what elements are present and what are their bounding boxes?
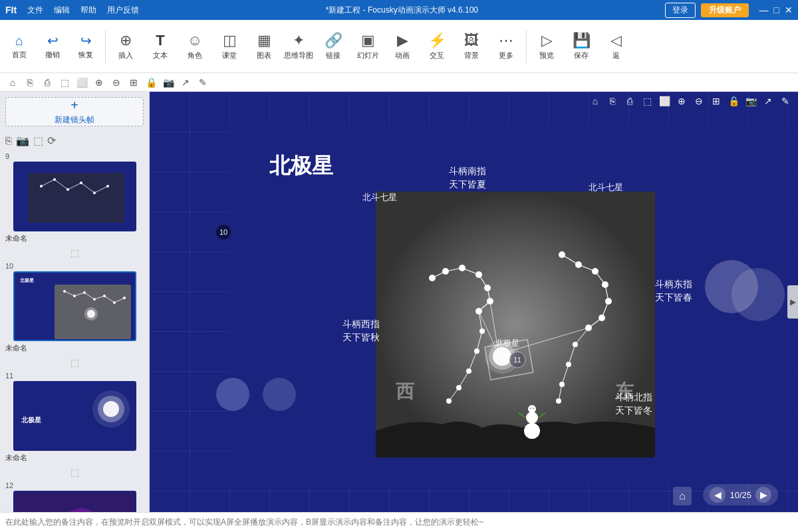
toolbar-separator-2 (526, 30, 527, 63)
toolbar-mindmap[interactable]: ✦ 思维导图 (281, 23, 316, 70)
toolbar-home[interactable]: ⌂ 首页 (3, 23, 36, 70)
slideshow-icon: ▣ (361, 32, 375, 49)
label-polaris: 北极星 (495, 338, 519, 349)
toolbar-link[interactable]: 🔗 链接 (316, 23, 350, 70)
svg-rect-40 (376, 192, 655, 458)
sec-paste-btn[interactable]: ⎙ (40, 75, 55, 90)
svg-point-45 (533, 408, 534, 409)
canvas-export-btn[interactable]: ↗ (761, 94, 775, 108)
canvas-top-bar: ⌂ ⎘ ⎙ ⬚ ⬜ ⊕ ⊖ ⊞ 🔒 📷 ↗ ✎ (150, 92, 798, 110)
maximize-button[interactable]: □ (774, 5, 779, 15)
menu-edit[interactable]: 编辑 (54, 5, 70, 16)
sec-home-btn[interactable]: ⌂ (5, 75, 20, 90)
toolbar-slideshow[interactable]: ▣ 幻灯片 (350, 23, 385, 70)
classroom-icon: ◫ (223, 32, 237, 49)
menu-file[interactable]: 文件 (27, 5, 43, 16)
toolbar-back[interactable]: ◁ 返 (598, 23, 633, 70)
toolbar-insert[interactable]: ⊕ 插入 (108, 23, 143, 70)
sec-edit-btn[interactable]: ✎ (196, 75, 210, 90)
slide-thumb-12[interactable] (13, 491, 136, 512)
canvas-frame-btn[interactable]: ⬚ (640, 94, 654, 108)
label-beidou-right: 北斗七星 (589, 182, 623, 194)
menu-bar: 文件 编辑 帮助 用户反馈 (27, 5, 139, 16)
upgrade-button[interactable]: 升级账户 (701, 3, 749, 17)
canvas-home-btn[interactable]: ⌂ (588, 94, 602, 108)
nav-prev-button[interactable]: ◀ (710, 487, 726, 503)
svg-point-42 (526, 412, 538, 424)
toolbar-interact[interactable]: ⚡ 交互 (420, 23, 454, 70)
close-button[interactable]: ✕ (785, 5, 793, 15)
sec-copy-btn[interactable]: ⎘ (23, 75, 37, 90)
nav-next-button[interactable]: ▶ (755, 487, 771, 503)
new-frame-label: 新建镜头帧 (55, 114, 94, 126)
insert-group: ⊕ 插入 T 文本 ☺ 角色 ◫ 课堂 ▦ 图表 ✦ 思维导图 🔗 链接 ▣ (108, 23, 523, 70)
tool-screenshot[interactable]: 📷 (16, 134, 29, 147)
canvas-box-btn[interactable]: ⬜ (657, 94, 672, 108)
toolbar-preview[interactable]: ▷ 预览 (529, 23, 564, 70)
canvas-zoomin-btn[interactable]: ⊕ (674, 94, 689, 108)
sec-camera-btn[interactable]: 📷 (161, 75, 176, 90)
new-frame-button[interactable]: + 新建镜头帧 (5, 97, 144, 126)
sec-frame-btn[interactable]: ⬚ (57, 75, 72, 90)
notes-input[interactable] (5, 517, 793, 532)
sec-box-btn[interactable]: ⬜ (74, 75, 89, 90)
star-map-svg: 11 西 东 (376, 192, 655, 458)
toolbar-chart[interactable]: ▦ 图表 (247, 23, 281, 70)
app-logo: FIt (5, 5, 17, 15)
toolbar-more[interactable]: ⋯ 更多 (489, 23, 523, 70)
label-west: 斗柄西指 天下皆秋 (342, 318, 380, 344)
minimize-button[interactable]: — (759, 5, 769, 15)
slide-entry-12: 12 (5, 481, 144, 512)
toolbar-animation[interactable]: ▶ 动画 (385, 23, 420, 70)
svg-point-30 (84, 307, 98, 321)
toolbar-classroom[interactable]: ◫ 课堂 (212, 23, 247, 70)
undo-icon: ↩ (47, 33, 59, 49)
insert-icon: ⊕ (120, 32, 132, 49)
title-bar: FIt 文件 编辑 帮助 用户反馈 *新建工程 - Focusky动画演示大师 … (0, 0, 798, 20)
interact-icon: ⚡ (428, 32, 446, 49)
canvas-zoomout-btn[interactable]: ⊖ (692, 94, 706, 108)
slide-entry-10: 10 北极星 (5, 262, 144, 353)
toolbar-undo[interactable]: ↩ 撤销 (36, 23, 69, 70)
sec-zoom-in-btn[interactable]: ⊕ (92, 75, 106, 90)
canvas-align-btn[interactable]: ⊞ (709, 94, 724, 108)
slide-title: 北极星 (269, 152, 333, 181)
canvas-paste-btn[interactable]: ⎙ (622, 94, 637, 108)
canvas-home-button[interactable]: ⌂ (673, 487, 692, 505)
frame-badge-10: 10 (216, 225, 231, 239)
nav-current: 10/25 (730, 490, 751, 500)
login-button[interactable]: 登录 (665, 3, 696, 18)
menu-help[interactable]: 帮助 (80, 5, 96, 16)
slide-thumb-10[interactable]: 北极星 (13, 271, 136, 341)
menu-feedback[interactable]: 用户反馈 (107, 5, 139, 16)
plus-icon: + (70, 98, 78, 113)
svg-text:11: 11 (513, 356, 521, 364)
tool-copy-frame[interactable]: ⎘ (5, 135, 12, 147)
tool-refresh[interactable]: ⟳ (47, 134, 56, 147)
slide-label-9: 未命名 (5, 233, 27, 243)
right-panel-collapse[interactable]: ▶ (787, 285, 798, 319)
toolbar-background[interactable]: 🖼 背景 (454, 23, 489, 70)
main-toolbar: ⌂ 首页 ↩ 撤销 ↪ 恢复 ⊕ 插入 T 文本 ☺ 角色 ◫ 课堂 ▦ 图表 (0, 20, 798, 73)
toolbar-character[interactable]: ☺ 角色 (178, 23, 212, 70)
tool-fit-frame[interactable]: ⬚ (33, 134, 43, 147)
label-east: 斗柄东指 天下皆春 (655, 278, 692, 304)
sec-zoom-out-btn[interactable]: ⊖ (109, 75, 124, 90)
toolbar-save[interactable]: 💾 保存 (564, 23, 598, 70)
canvas-copy-btn[interactable]: ⎘ (605, 94, 620, 108)
slide-resize-9[interactable]: ⬚ (68, 247, 81, 258)
sec-expand-btn[interactable]: ↗ (178, 75, 193, 90)
canvas-cam-btn[interactable]: 📷 (743, 94, 758, 108)
slide-thumb-9[interactable] (13, 162, 136, 231)
slide-thumb-11[interactable]: 北极星 (13, 381, 136, 451)
canvas-area[interactable]: ⌂ ⎘ ⎙ ⬚ ⬜ ⊕ ⊖ ⊞ 🔒 📷 ↗ ✎ 10 北极星 (150, 92, 798, 512)
toolbar-redo[interactable]: ↪ 恢复 (69, 23, 102, 70)
notes-area: ⤢ (0, 512, 798, 532)
canvas-edit2-btn[interactable]: ✎ (778, 94, 793, 108)
slide-resize-11[interactable]: ⬚ (68, 467, 81, 477)
canvas-lock2-btn[interactable]: 🔒 (726, 94, 741, 108)
slide-resize-10[interactable]: ⬚ (68, 357, 81, 368)
toolbar-text[interactable]: T 文本 (143, 23, 178, 70)
sec-grid-btn[interactable]: ⊞ (126, 75, 141, 90)
sec-lock-btn[interactable]: 🔒 (144, 75, 158, 90)
